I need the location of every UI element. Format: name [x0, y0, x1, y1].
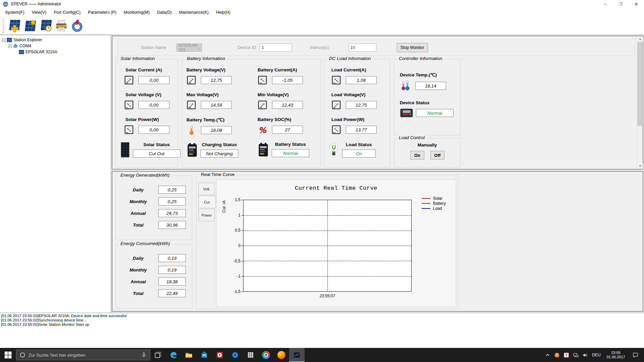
firefox-button[interactable]	[274, 348, 289, 362]
tree-item-label: Station Explorer	[13, 38, 42, 42]
battery-soc-value: 27	[272, 126, 303, 134]
clock-date: 01.06.2017	[603, 355, 629, 359]
tab-volt[interactable]: Volt.	[199, 183, 215, 195]
interval-input[interactable]: 10	[348, 44, 376, 52]
telekom-tray-button[interactable]: T	[561, 348, 571, 362]
tree-item-label: COM4	[19, 44, 31, 48]
station-sun-icon[interactable]	[23, 18, 37, 33]
store-button[interactable]	[197, 348, 212, 362]
group-title: Load Control	[397, 135, 426, 140]
real-time-curve-group: Real Time Curve Volt. Cur. Power Current…	[196, 175, 459, 309]
taskbar-clock[interactable]: 23:55 01.06.2017	[603, 351, 629, 359]
minimize-button[interactable]: ─	[598, 0, 613, 8]
close-button[interactable]: ✕	[629, 0, 644, 8]
group-title: Solar Information	[119, 56, 157, 61]
power-icon[interactable]	[70, 18, 84, 33]
charging-status-value: Not Charging	[201, 149, 238, 158]
language-indicator[interactable]: DEU	[590, 353, 603, 357]
firefox-icon	[277, 351, 285, 359]
telekom-icon: T	[564, 352, 569, 358]
load-current-value: 1,08	[346, 76, 377, 84]
avast-tray-button[interactable]	[552, 348, 561, 362]
tree-item-com4[interactable]: COM4	[0, 43, 111, 49]
y-tick-label: 1,5	[235, 197, 240, 202]
y-tick-label: 1	[238, 213, 240, 218]
log-line: [01.06.2017 23:55:02]Solar Station Monit…	[1, 322, 644, 327]
cortana-app-button[interactable]	[227, 348, 243, 362]
search-placeholder: Zur Suche Text hier eingeben	[29, 353, 138, 358]
chrome-button[interactable]	[258, 348, 274, 362]
printer-icon[interactable]	[54, 18, 68, 33]
menu-item-monitoring[interactable]: Monitoring(M)	[120, 9, 153, 16]
clock-time: 23:55	[603, 351, 629, 355]
energy-row-label: Monthly	[122, 267, 154, 273]
solar-power-label: Solar Power(W)	[124, 117, 178, 122]
x-tick-label: 23:55:07	[243, 294, 412, 298]
edge-button[interactable]	[166, 348, 181, 362]
tree-item-epsolar-3210a[interactable]: EPSOLAR 3210A	[0, 49, 111, 55]
window-title: EPEVER —— Administrator	[11, 2, 61, 6]
energy-row-label: Daily	[122, 256, 154, 261]
min-voltage-label: Min Voltage(V)	[258, 92, 321, 97]
energy-row-value: 0,25	[158, 197, 186, 205]
menu-item-maintenance[interactable]: Maintenance(K)	[175, 9, 212, 16]
volume-tray-button[interactable]	[580, 348, 590, 362]
load-voltage-label: Load Voltage(V)	[331, 92, 390, 97]
curve-tabs: Volt. Cur. Power	[199, 183, 216, 222]
gauge-icon	[331, 75, 341, 85]
epever-app-button[interactable]	[289, 348, 305, 362]
station-name-select[interactable]: EPSOLAR 321	[176, 44, 202, 52]
svg-text:%: %	[259, 125, 267, 135]
action-center-button[interactable]	[629, 348, 642, 362]
device-status-value: Normal	[416, 109, 453, 117]
maximize-button[interactable]: ❐	[613, 0, 629, 8]
battery-status-value: Normal	[272, 149, 309, 157]
device-temp-value: 18,14	[415, 82, 446, 90]
app-grid-button[interactable]	[243, 348, 258, 362]
manually-label: Manually	[394, 142, 460, 147]
menu-item-data[interactable]: Data(D)	[153, 9, 175, 16]
task-view-button[interactable]	[150, 348, 166, 362]
collapse-icon[interactable]	[8, 44, 12, 48]
add-station-icon[interactable]	[7, 18, 21, 33]
gridline	[327, 200, 328, 291]
load-on-button[interactable]: On	[410, 151, 424, 160]
speaker-icon	[582, 352, 588, 358]
energy-generated-group: Energy Generated(kWh) Daily0,25 Monthly0…	[116, 176, 192, 240]
tab-power[interactable]: Power	[199, 209, 215, 221]
start-button[interactable]	[0, 348, 16, 362]
tab-cur[interactable]: Cur.	[199, 196, 216, 208]
gauge-icon	[186, 75, 197, 85]
scroll-up-arrow[interactable]: ▲	[637, 36, 643, 42]
network-tray-button[interactable]	[571, 348, 580, 362]
solar-panel-icon	[120, 142, 130, 158]
max-voltage-label: Max Voltage(V)	[186, 92, 258, 97]
controller-information-group: Controller Information Device Temp.(℃) 1…	[394, 59, 461, 135]
y-tick-label: -0,5	[233, 259, 240, 263]
stop-monitor-button[interactable]: Stop Monitor	[397, 43, 428, 52]
menu-item-parameters[interactable]: Parameters (P)	[84, 9, 120, 16]
load-off-button[interactable]: Off	[430, 151, 444, 160]
scroll-down-arrow[interactable]: ▼	[637, 163, 643, 169]
media-player-button[interactable]	[212, 348, 227, 362]
tree-item-station-explorer[interactable]: Station Explorer	[0, 37, 111, 43]
battery-information-group: Battery Information Battery Voltage(V) 1…	[182, 59, 321, 168]
collapse-icon[interactable]	[2, 38, 6, 42]
network-icon	[573, 352, 579, 358]
menu-item-help[interactable]: Help(H)	[212, 9, 234, 16]
station-clock-icon[interactable]	[39, 18, 53, 33]
device-id-input[interactable]: 1	[260, 44, 292, 52]
battery-current-value: -1,05	[272, 76, 303, 84]
menu-item-view[interactable]: View(V)	[28, 9, 50, 16]
energy-row-label: Daily	[122, 187, 154, 192]
vertical-scrollbar[interactable]: ▲ ▼	[637, 36, 643, 169]
y-axis-label: Cur. /A	[222, 200, 226, 213]
menu-item-system[interactable]: System(F)	[1, 9, 28, 16]
taskbar-search[interactable]: Zur Suche Text hier eingeben	[16, 350, 150, 360]
energy-row-value: 0,19	[158, 266, 186, 274]
tray-chevron-button[interactable]	[543, 348, 552, 362]
menu-item-port-config[interactable]: Port Config(C)	[50, 9, 84, 16]
scrollbar-thumb[interactable]	[637, 42, 643, 126]
file-explorer-button[interactable]	[181, 348, 197, 362]
microphone-icon[interactable]	[141, 352, 147, 358]
